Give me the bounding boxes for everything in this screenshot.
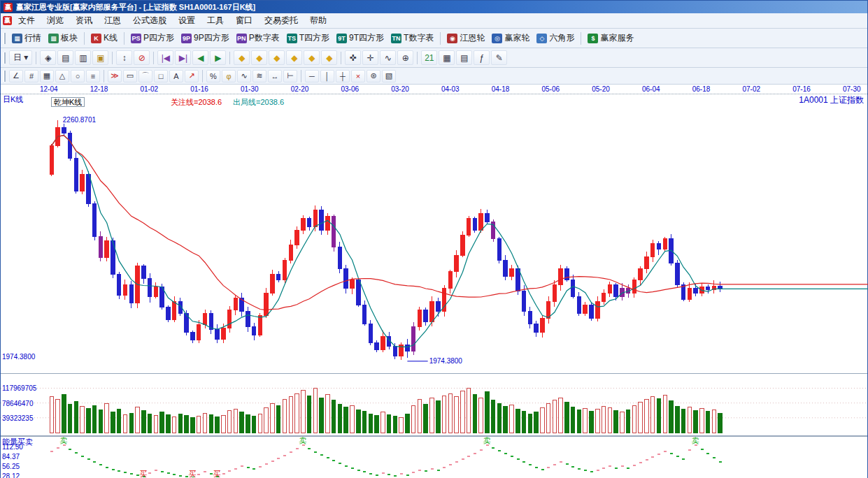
pattern-grid-icon[interactable]: ▧ bbox=[382, 70, 396, 82]
toolbar-separator bbox=[229, 52, 230, 64]
period-selector[interactable]: 日 ▾ bbox=[9, 50, 32, 65]
toolbar-grip[interactable] bbox=[3, 33, 6, 44]
pan-hand-icon[interactable]: ✜ bbox=[345, 50, 361, 65]
golden-section-icon[interactable]: φ bbox=[222, 70, 236, 82]
menu-item-help[interactable]: 帮助 bbox=[304, 13, 332, 28]
date-label: 07-16 bbox=[792, 85, 811, 93]
report-view-icon[interactable]: ▤ bbox=[456, 50, 472, 65]
gann-angle-icon[interactable]: ∠ bbox=[9, 70, 23, 82]
formula-icon[interactable]: ƒ bbox=[474, 50, 490, 65]
toolbar-btn-quotes[interactable]: ▦行情 bbox=[8, 31, 45, 45]
hline-tool-icon[interactable]: ─ bbox=[305, 70, 319, 82]
lock-icon[interactable]: ▣ bbox=[92, 50, 108, 65]
toolbar-btn-p-number-table[interactable]: PNP数字表 bbox=[233, 31, 283, 45]
energy-indicator-chart[interactable]: 卖卖卖卖买买买 bbox=[1, 437, 868, 477]
toolbar-btn-p-square[interactable]: PSP四方形 bbox=[127, 31, 178, 45]
title-bar[interactable]: 赢 赢家江恩专业版[赢家内部服务平台] - [上证指数 SH1A0001-167… bbox=[1, 1, 867, 13]
zoom-icon[interactable]: ⊕ bbox=[397, 50, 413, 65]
percent-tool-icon[interactable]: % bbox=[206, 70, 220, 82]
eraser-icon[interactable]: × bbox=[351, 70, 365, 82]
toolbar-btn-t-number-table[interactable]: TNT数字表 bbox=[387, 31, 437, 45]
toolbar-grip[interactable] bbox=[3, 52, 6, 64]
scale-toggle-icon[interactable]: ↕ bbox=[116, 50, 132, 65]
toolbar-btn-hexagon[interactable]: ◇六角形 bbox=[533, 31, 578, 45]
toolbar-separator bbox=[84, 32, 85, 45]
date-label: 07-02 bbox=[743, 85, 761, 93]
kline-style-selector[interactable]: 乾坤K线 bbox=[51, 97, 85, 107]
fib-retrace-icon[interactable]: ≡ bbox=[86, 70, 100, 82]
gann-diamond-6-icon[interactable]: ◆ bbox=[321, 50, 337, 65]
toolbar-btn-sectors[interactable]: ▩板块 bbox=[45, 31, 81, 45]
mirror-tool-icon[interactable]: ↔ bbox=[268, 70, 282, 82]
gann-compass-icon[interactable]: ◈ bbox=[40, 50, 56, 65]
wave-count-icon[interactable]: ∿ bbox=[237, 70, 251, 82]
pane-title-kline[interactable]: 日K线 bbox=[3, 95, 23, 103]
toolbar-btn-9t-square[interactable]: 9T9T四方形 bbox=[333, 31, 387, 45]
menu-item-trading[interactable]: 交易委托 bbox=[259, 13, 304, 28]
menu-item-window[interactable]: 窗口 bbox=[230, 13, 258, 28]
p-number-table-icon: PN bbox=[236, 34, 247, 43]
menu-item-news[interactable]: 资讯 bbox=[70, 13, 98, 28]
price-grid-icon[interactable]: # bbox=[24, 70, 38, 82]
date-label: 06-04 bbox=[642, 85, 660, 93]
toolbar-grip[interactable] bbox=[3, 71, 6, 82]
wave-line-icon[interactable]: ∿ bbox=[380, 50, 396, 65]
menu-item-tools[interactable]: 工具 bbox=[201, 13, 229, 28]
crosshair-icon[interactable]: ✛ bbox=[362, 50, 378, 65]
menu-item-browse[interactable]: 浏览 bbox=[41, 13, 69, 28]
info-panel-icon[interactable]: ▥ bbox=[75, 50, 91, 65]
main-chart-pane[interactable]: 日K线 乾坤K线 关注线=2038.6 出局线=2038.6 1A0001 上证… bbox=[1, 94, 867, 374]
menu-item-gann[interactable]: 江恩 bbox=[99, 13, 127, 28]
menu-bar: 赢 文件浏览资讯江恩公式选股设置工具窗口交易委托帮助 bbox=[1, 13, 867, 29]
date-axis: 12-0412-1801-0201-1601-3002-2003-0603-20… bbox=[1, 85, 867, 94]
winner-service-label: 赢家服务 bbox=[600, 32, 634, 44]
quote-board-icon[interactable]: ▤ bbox=[57, 50, 73, 65]
grid-view-icon[interactable]: ▦ bbox=[439, 50, 455, 65]
last-bar-icon[interactable]: ▶| bbox=[175, 50, 191, 65]
toolbar-btn-winner-service[interactable]: $赢家服务 bbox=[584, 31, 637, 45]
gann-diamond-4-icon[interactable]: ◆ bbox=[286, 50, 302, 65]
first-bar-icon[interactable]: |◀ bbox=[157, 50, 173, 65]
toolbar-btn-winner-wheel[interactable]: ◎赢家轮 bbox=[488, 31, 533, 45]
volume-pane[interactable]: 1179697057864647039323235 bbox=[1, 374, 867, 437]
gann-diamond-5-icon[interactable]: ◆ bbox=[304, 50, 320, 65]
gann-diamond-2-icon[interactable]: ◆ bbox=[251, 50, 267, 65]
vline-tool-icon[interactable]: │ bbox=[320, 70, 334, 82]
gann-fan-icon[interactable]: △ bbox=[55, 70, 69, 82]
next-bar-icon[interactable]: ▶ bbox=[210, 50, 226, 65]
volume-chart[interactable] bbox=[1, 374, 868, 435]
arrow-tool-icon[interactable]: ↗ bbox=[185, 70, 199, 82]
kline-label: K线 bbox=[104, 32, 118, 44]
date-label: 03-06 bbox=[341, 85, 360, 93]
toolbar-btn-t-square[interactable]: TST四方形 bbox=[283, 31, 333, 45]
menu-item-settings[interactable]: 设置 bbox=[173, 13, 201, 28]
toolbar-btn-gann-wheel[interactable]: ◉江恩轮 bbox=[443, 31, 488, 45]
time-cycle-icon[interactable]: ○ bbox=[71, 70, 85, 82]
p-number-table-label: P数字表 bbox=[249, 32, 280, 44]
cycle-bands-icon[interactable]: ≋ bbox=[252, 70, 266, 82]
measure-tool-icon[interactable]: ⊢ bbox=[283, 70, 297, 82]
draw-note-icon[interactable]: ✎ bbox=[491, 50, 507, 65]
toolbar-separator bbox=[124, 32, 124, 45]
gann-diamond-1-icon[interactable]: ◆ bbox=[234, 50, 250, 65]
menu-item-formula-select[interactable]: 公式选股 bbox=[127, 13, 172, 28]
gann-diamond-3-icon[interactable]: ◆ bbox=[269, 50, 285, 65]
toolbar-btn-kline[interactable]: KK线 bbox=[87, 31, 121, 45]
candlestick-chart[interactable] bbox=[1, 94, 868, 372]
app-logo-icon: 赢 bbox=[3, 3, 13, 12]
cross-line-icon[interactable]: ┼ bbox=[336, 70, 350, 82]
sell-marker: 卖 bbox=[60, 437, 68, 444]
rect-tool-icon[interactable]: □ bbox=[154, 70, 168, 82]
text-tool-icon[interactable]: A bbox=[169, 70, 183, 82]
square-of-nine-icon[interactable]: ▦ bbox=[40, 70, 54, 82]
arc-icon[interactable]: ⌒ bbox=[138, 70, 152, 82]
clear-lines-icon[interactable]: ⊘ bbox=[134, 50, 150, 65]
channel-icon[interactable]: ▭ bbox=[123, 70, 137, 82]
days-21-icon[interactable]: 21 bbox=[421, 50, 437, 65]
indicator-pane[interactable]: 卖卖卖卖买买买 能量买卖 112.5084.3756.2528.12 bbox=[1, 437, 867, 478]
menu-item-file[interactable]: 文件 bbox=[13, 13, 41, 28]
speed-lines-icon[interactable]: ≫ bbox=[108, 70, 122, 82]
tool-settings-icon[interactable]: ⊛ bbox=[367, 70, 380, 82]
toolbar-btn-9p-square[interactable]: 9P9P四方形 bbox=[178, 31, 233, 45]
prev-bar-icon[interactable]: ◀ bbox=[192, 50, 208, 65]
